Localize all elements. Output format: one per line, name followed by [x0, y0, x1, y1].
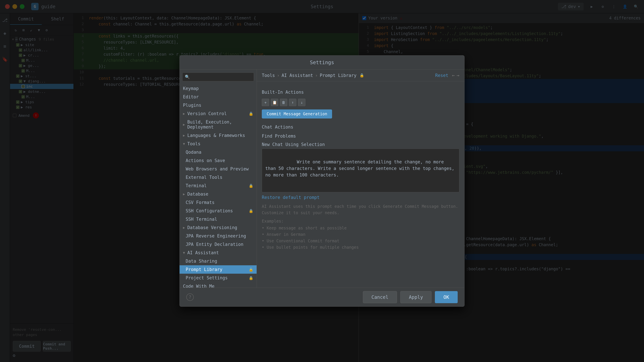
nav-item-label: Tools — [187, 141, 200, 146]
nav-item-label: Code With Me — [183, 284, 214, 288]
nav-item-label: Editor — [183, 94, 199, 99]
nav-item-web-browsers[interactable]: Web Browsers and Preview — [180, 165, 256, 173]
cancel-button[interactable]: Cancel — [363, 291, 397, 303]
add-prompt-button[interactable]: + — [262, 99, 269, 106]
nav-item-database[interactable]: ▶ Database — [180, 190, 256, 198]
breadcrumb-tools: Tools — [262, 73, 275, 78]
nav-item-actions-on-save[interactable]: Actions on Save — [180, 156, 256, 165]
delete-prompt-button[interactable]: 🗑 — [280, 99, 287, 106]
breadcrumb-nav-arrows: ← → — [452, 72, 459, 78]
settings-search-input[interactable] — [182, 72, 254, 81]
hint-text: AI Assistant uses this prompt each time … — [262, 203, 459, 216]
nav-item-editor[interactable]: Editor — [180, 93, 256, 101]
lock-icon: 🔒 — [249, 276, 253, 280]
settings-content: Tools › AI Assistant › Prompt Library 🔒 … — [257, 69, 464, 288]
restore-default-prompt-link[interactable]: Restore default prompt — [262, 195, 459, 200]
breadcrumb-sep-1: › — [277, 73, 280, 78]
nav-item-project-settings[interactable]: Project Settings 🔒 — [180, 274, 256, 282]
search-container — [180, 71, 256, 83]
chevron-right-icon: ▶ — [183, 192, 185, 196]
nav-item-label: Build, Execution, Deployment — [187, 119, 253, 130]
prompt-text: Write one summary sentence detailing the… — [265, 159, 457, 177]
content-area: Built-In Actions + 📋 🗑 ↑ ↓ Commit Messag… — [257, 81, 464, 288]
nav-item-build[interactable]: ▶ Build, Execution, Deployment — [180, 118, 256, 131]
lock-icon: 🔒 — [249, 268, 253, 272]
overlay: Settings Keymap Editor Plugins ▶ Vers — [0, 0, 644, 362]
settings-dialog: Settings Keymap Editor Plugins ▶ Vers — [180, 55, 464, 307]
ok-button[interactable]: OK — [435, 291, 458, 303]
move-down-button[interactable]: ↓ — [298, 99, 306, 106]
breadcrumb-prompt-library: Prompt Library — [320, 73, 356, 78]
nav-item-label: Data Sharing — [186, 259, 217, 264]
forward-arrow-icon[interactable]: → — [456, 72, 459, 78]
lock-icon: 🔒 — [249, 184, 253, 188]
nav-item-jpa-reverse[interactable]: JPA Reverse Engineering — [180, 232, 256, 240]
nav-item-label: SSH Terminal — [186, 217, 217, 222]
lock-icon: 🔒 — [249, 112, 253, 116]
copy-prompt-button[interactable]: 📋 — [271, 99, 278, 106]
dialog-title: Settings — [180, 55, 464, 69]
back-arrow-icon[interactable]: ← — [452, 72, 455, 78]
nav-item-label: Plugins — [183, 103, 202, 108]
nav-item-plugins[interactable]: Plugins — [180, 101, 256, 109]
nav-item-label: External Tools — [186, 175, 222, 180]
settings-nav: Keymap Editor Plugins ▶ Version Control … — [180, 69, 257, 288]
nav-item-label: Languages & Frameworks — [187, 133, 245, 138]
nav-item-ssh-terminal[interactable]: SSH Terminal — [180, 215, 256, 223]
chevron-right-icon: ▶ — [183, 112, 185, 116]
nav-item-tools[interactable]: ▼ Tools — [180, 140, 256, 148]
nav-item-label: Actions on Save — [186, 158, 225, 163]
lock-icon: 🔒 — [249, 209, 253, 213]
prompt-editor[interactable]: Write one summary sentence detailing the… — [262, 149, 459, 192]
example-item-3: • Use Conventional Commit format — [262, 238, 459, 244]
nav-item-label: Keymap — [183, 86, 199, 91]
chevron-down-icon: ▼ — [183, 251, 185, 255]
chevron-right-icon: ▶ — [183, 133, 185, 137]
nav-item-external-tools[interactable]: External Tools — [180, 173, 256, 182]
dialog-body: Keymap Editor Plugins ▶ Version Control … — [180, 69, 464, 288]
reset-button[interactable]: Reset — [435, 73, 448, 78]
help-button[interactable]: ? — [186, 294, 194, 301]
nav-item-db-versioning[interactable]: ▶ Database Versioning — [180, 223, 256, 232]
commit-message-generation-button[interactable]: Commit Message Generation — [262, 109, 332, 118]
nav-item-version-control[interactable]: ▶ Version Control 🔒 — [180, 109, 256, 118]
examples-title: Examples: — [262, 219, 459, 224]
breadcrumb-sep-2: › — [315, 73, 318, 78]
nav-item-label: JPA Entity Declaration — [186, 242, 243, 247]
built-in-actions-label: Built-In Actions — [262, 90, 459, 95]
nav-item-label: JPA Reverse Engineering — [186, 233, 246, 239]
apply-button[interactable]: Apply — [400, 291, 432, 303]
chat-actions-label: Chat Actions — [262, 124, 459, 130]
nav-item-languages[interactable]: ▶ Languages & Frameworks — [180, 131, 256, 140]
nav-item-ssh-config[interactable]: SSH Configurations 🔒 — [180, 207, 256, 215]
breadcrumb-ai-assistant: AI Assistant — [282, 73, 313, 78]
nav-item-qodana[interactable]: Qodana — [180, 148, 256, 156]
nav-item-prompt-library[interactable]: Prompt Library 🔒 — [180, 265, 256, 274]
nav-item-terminal[interactable]: Terminal 🔒 — [180, 182, 256, 190]
nav-item-label: Terminal — [186, 183, 206, 188]
move-up-button[interactable]: ↑ — [289, 99, 296, 106]
nav-item-label: Database — [187, 192, 208, 197]
prompt-toolbar: + 📋 🗑 ↑ ↓ — [262, 97, 459, 108]
chevron-right-icon: ▶ — [183, 226, 185, 230]
nav-item-code-with-me[interactable]: Code With Me — [180, 282, 256, 288]
nav-item-csv[interactable]: CSV Formats — [180, 198, 256, 207]
new-chat-using-selection-item[interactable]: New Chat Using Selection — [262, 140, 459, 149]
lock-icon-breadcrumb: 🔒 — [360, 73, 364, 77]
nav-item-ai-assistant[interactable]: ▼ AI Assistant — [180, 249, 256, 257]
nav-item-label: Version Control — [187, 111, 227, 116]
nav-item-label: Project Settings — [186, 275, 228, 280]
example-item-4: • Use bullet points for multiple changes — [262, 244, 459, 251]
nav-item-label: Database Versioning — [187, 225, 237, 230]
nav-item-data-sharing[interactable]: Data Sharing — [180, 257, 256, 265]
nav-item-jpa-entity[interactable]: JPA Entity Declaration — [180, 240, 256, 249]
nav-item-label: Web Browsers and Preview — [186, 166, 249, 171]
find-problems-item[interactable]: Find Problems — [262, 132, 459, 140]
nav-item-label: SSH Configurations — [186, 208, 233, 213]
nav-item-keymap[interactable]: Keymap — [180, 84, 256, 93]
chevron-right-icon: ▶ — [183, 122, 185, 126]
nav-item-label: CSV Formats — [186, 200, 214, 205]
breadcrumb: Tools › AI Assistant › Prompt Library 🔒 … — [257, 69, 464, 81]
nav-item-label: AI Assistant — [187, 250, 219, 255]
example-item-2: • Answer in German — [262, 231, 459, 238]
